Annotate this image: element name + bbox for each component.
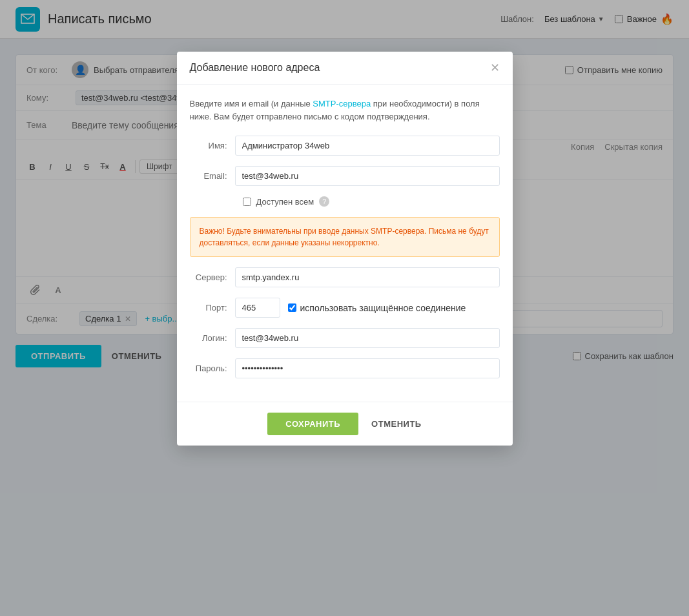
modal-save-button[interactable]: СОХРАНИТЬ	[267, 413, 358, 435]
help-icon[interactable]: ?	[319, 196, 329, 207]
password-input[interactable]	[235, 358, 500, 378]
modal-header: Добавление нового адреса ✕	[177, 52, 513, 85]
email-input[interactable]	[235, 166, 500, 186]
login-input[interactable]	[235, 328, 500, 348]
warning-text: Важно! Будьте внимательны при вводе данн…	[200, 227, 489, 247]
secure-label: использовать защищённое соединение	[300, 303, 466, 313]
modal-cancel-button[interactable]: ОТМЕНИТЬ	[371, 419, 422, 429]
modal-title: Добавление нового адреса	[190, 62, 320, 74]
modal-footer: СОХРАНИТЬ ОТМЕНИТЬ	[177, 402, 513, 446]
modal-description: Введите имя и email (и данные SMTP-серве…	[190, 98, 500, 123]
email-label: Email:	[190, 171, 235, 181]
server-label: Сервер:	[190, 272, 235, 282]
available-label: Доступен всем	[256, 197, 314, 207]
modal-desc-1: Введите имя и email (и данные	[190, 99, 313, 108]
port-field: Порт: использовать защищённое соединение	[190, 298, 500, 318]
password-label: Пароль:	[190, 364, 235, 373]
warning-box: Важно! Будьте внимательны при вводе данн…	[190, 217, 500, 257]
modal-overlay: Добавление нового адреса ✕ Введите имя и…	[0, 0, 689, 616]
password-field: Пароль:	[190, 358, 500, 378]
modal-close-button[interactable]: ✕	[490, 62, 500, 74]
secure-checkbox-input[interactable]	[288, 303, 296, 312]
login-label: Логин:	[190, 333, 235, 343]
email-field: Email:	[190, 166, 500, 186]
name-field: Имя:	[190, 136, 500, 156]
login-field: Логин:	[190, 328, 500, 348]
available-row: Доступен всем ?	[190, 196, 500, 207]
port-input[interactable]	[235, 298, 280, 318]
server-input[interactable]	[235, 267, 500, 287]
smtp-link[interactable]: SMTP-сервера	[313, 99, 371, 108]
name-input[interactable]	[235, 136, 500, 156]
secure-connection-checkbox[interactable]: использовать защищённое соединение	[288, 303, 466, 313]
server-field: Сервер:	[190, 267, 500, 287]
available-checkbox[interactable]	[243, 198, 251, 206]
add-address-modal: Добавление нового адреса ✕ Введите имя и…	[177, 52, 513, 446]
modal-body: Введите имя и email (и данные SMTP-серве…	[177, 85, 513, 402]
port-label: Порт:	[190, 303, 235, 313]
name-label: Имя:	[190, 141, 235, 150]
